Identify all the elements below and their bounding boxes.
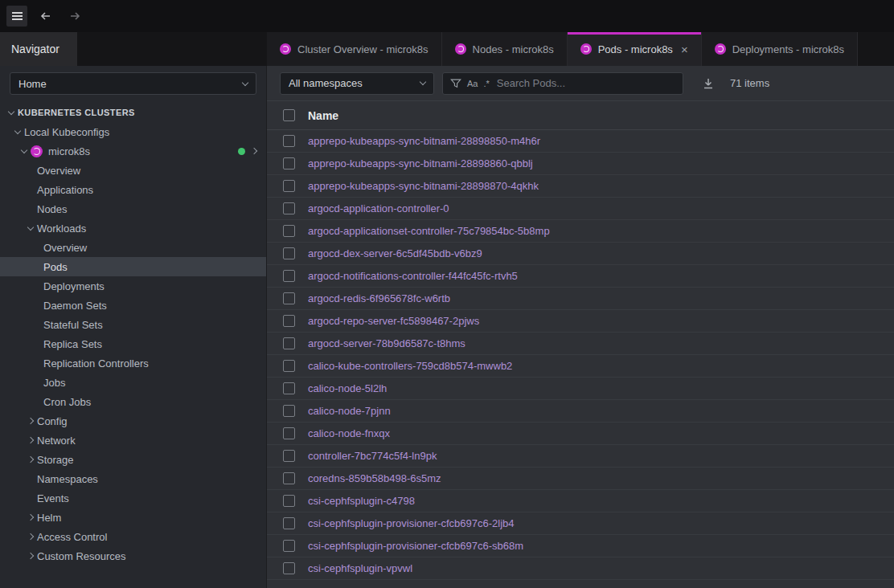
row-checkbox[interactable] <box>283 405 295 417</box>
sidebar-tree-item[interactable]: Applications <box>0 180 266 199</box>
tree-item-label: Local Kubeconfigs <box>24 126 109 138</box>
row-checkbox[interactable] <box>283 517 295 529</box>
row-checkbox[interactable] <box>283 315 295 327</box>
row-checkbox[interactable] <box>283 472 295 484</box>
row-checkbox[interactable] <box>283 292 295 304</box>
back-button[interactable] <box>35 6 56 27</box>
table-row[interactable]: argocd-server-78b9d6587c-t8hms <box>267 333 894 355</box>
match-case-button[interactable]: Aa <box>467 79 478 88</box>
row-checkbox[interactable] <box>283 247 295 259</box>
pod-name: apprepo-kubeapps-sync-bitnami-28898850-m… <box>308 135 540 147</box>
sidebar-tree-item[interactable]: Config <box>0 411 266 431</box>
tab[interactable]: Deployments - microk8s <box>702 32 858 66</box>
table-header: Name <box>267 101 894 130</box>
sidebar-tree-item[interactable]: microk8s <box>0 141 266 161</box>
sidebar-tree-item[interactable]: Network <box>0 431 266 450</box>
sidebar-tree-item[interactable]: Jobs <box>0 373 266 392</box>
row-checkbox[interactable] <box>283 450 295 462</box>
table-row[interactable]: csi-cephfsplugin-vpvwl <box>267 557 894 580</box>
sidebar-tree-item[interactable]: Custom Resources <box>0 546 266 566</box>
namespace-select-value: All namespaces <box>289 77 363 89</box>
tree-item-label: Storage <box>37 454 74 466</box>
sidebar-tree-item[interactable]: Daemon Sets <box>0 296 266 315</box>
table-row[interactable]: apprepo-kubeapps-sync-bitnami-28898850-m… <box>267 130 894 153</box>
tree-item-label: Applications <box>37 184 93 196</box>
tab[interactable]: Nodes - microk8s <box>442 32 568 66</box>
items-count: 71 items <box>730 77 769 89</box>
table-row[interactable]: calico-kube-controllers-759cd8b574-mwwb2 <box>267 355 894 378</box>
arrow-left-icon <box>39 9 53 23</box>
home-select[interactable]: Home <box>10 72 256 95</box>
main-pane: All namespaces Aa .* <box>267 66 894 588</box>
sidebar-tree-item[interactable]: Replication Controllers <box>0 353 266 373</box>
sidebar-tree-item[interactable]: Access Control <box>0 527 266 546</box>
tab-label: Cluster Overview - microk8s <box>297 43 429 55</box>
sidebar-tree-item[interactable]: Stateful Sets <box>0 315 266 334</box>
table-row[interactable]: argocd-application-controller-0 <box>267 198 894 220</box>
sidebar-tree-item[interactable]: Replica Sets <box>0 334 266 353</box>
row-checkbox[interactable] <box>283 427 295 439</box>
tab-label: Pods - microk8s <box>598 43 673 55</box>
menu-button[interactable] <box>6 6 27 27</box>
table-row[interactable]: csi-cephfsplugin-provisioner-cfcb697c6-s… <box>267 535 894 557</box>
sidebar-tree-item[interactable]: Overview <box>0 161 266 180</box>
sidebar-tree-item[interactable]: Pods <box>0 257 266 276</box>
sidebar-tree-item[interactable]: Overview <box>0 238 266 257</box>
row-checkbox[interactable] <box>283 562 295 574</box>
namespace-select[interactable]: All namespaces <box>280 72 434 95</box>
table-row[interactable]: argocd-redis-6f965678fc-w6rtb <box>267 288 894 310</box>
forward-button[interactable] <box>64 6 85 27</box>
table-row[interactable]: controller-7bc774c5f4-ln9pk <box>267 445 894 468</box>
sidebar-tree-item[interactable]: Nodes <box>0 199 266 218</box>
sidebar-tree-item[interactable]: Namespaces <box>0 469 266 488</box>
table-row[interactable]: csi-cephfsplugin-provisioner-cfcb697c6-2… <box>267 512 894 535</box>
row-checkbox[interactable] <box>283 135 295 147</box>
table-row[interactable]: apprepo-kubeapps-sync-bitnami-28898860-q… <box>267 153 894 175</box>
sidebar-tree-item[interactable]: Events <box>0 488 266 508</box>
row-checkbox[interactable] <box>283 540 295 552</box>
table-row[interactable]: argocd-applicationset-controller-75c7985… <box>267 220 894 243</box>
table-row[interactable]: calico-node-5l2lh <box>267 378 894 400</box>
chevron-slot <box>24 515 37 520</box>
row-checkbox[interactable] <box>283 270 295 282</box>
row-checkbox[interactable] <box>283 382 295 394</box>
sidebar-tree-item[interactable]: KUBERNETES CLUSTERS <box>0 103 266 122</box>
chevron-slot <box>24 438 37 443</box>
sidebar-tree-item[interactable]: Cron Jobs <box>0 392 266 411</box>
sidebar-tree-item[interactable]: Helm <box>0 508 266 527</box>
row-checkbox[interactable] <box>283 495 295 507</box>
sidebar-tree-item[interactable]: Deployments <box>0 276 266 296</box>
expand-chevron-icon[interactable] <box>252 149 256 153</box>
sidebar-tree-item[interactable]: Local Kubeconfigs <box>0 122 266 141</box>
row-checkbox[interactable] <box>283 157 295 169</box>
row-checkbox[interactable] <box>283 202 295 214</box>
table-row[interactable]: calico-node-fnxqx <box>267 423 894 445</box>
tree-item-label: Nodes <box>37 203 68 215</box>
table-row[interactable]: calico-node-7pjnn <box>267 400 894 423</box>
table-row[interactable]: argocd-dex-server-6c5df45bdb-v6bz9 <box>267 243 894 265</box>
table-row[interactable]: argocd-repo-server-fc5898467-2pjws <box>267 310 894 333</box>
table-row[interactable]: apprepo-kubeapps-sync-bitnami-28898870-4… <box>267 175 894 198</box>
table-row[interactable]: csi-cephfsplugin-c4798 <box>267 490 894 512</box>
pod-name: argocd-repo-server-fc5898467-2pjws <box>308 315 479 327</box>
row-checkbox[interactable] <box>283 337 295 349</box>
tab[interactable]: Pods - microk8s × <box>568 32 702 66</box>
chevron-slot <box>24 457 37 462</box>
search-input[interactable] <box>495 76 675 90</box>
tab[interactable]: Cluster Overview - microk8s <box>267 32 442 66</box>
row-checkbox[interactable] <box>283 360 295 372</box>
table-row[interactable]: argocd-notifications-controller-f44fc45f… <box>267 265 894 288</box>
select-all-checkbox[interactable] <box>283 109 295 121</box>
tab-close-icon[interactable]: × <box>681 43 688 55</box>
pod-name: argocd-application-controller-0 <box>308 202 449 214</box>
download-button[interactable] <box>698 73 719 94</box>
table-row[interactable]: coredns-859b58b498-6s5mz <box>267 468 894 490</box>
regex-button[interactable]: .* <box>483 79 489 88</box>
pod-name: argocd-dex-server-6c5df45bdb-v6bz9 <box>308 247 482 259</box>
name-column-header[interactable]: Name <box>308 109 338 122</box>
row-checkbox[interactable] <box>283 180 295 192</box>
chevron-icon <box>27 437 34 443</box>
sidebar-tree-item[interactable]: Workloads <box>0 218 266 238</box>
row-checkbox[interactable] <box>283 225 295 237</box>
sidebar-tree-item[interactable]: Storage <box>0 450 266 469</box>
